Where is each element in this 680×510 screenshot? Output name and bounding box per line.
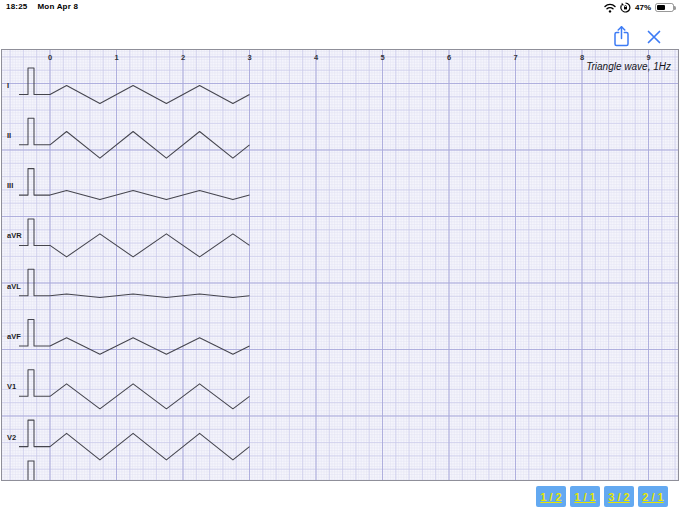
battery-percent: 47%	[635, 3, 651, 12]
x-tick-label-2: 2	[181, 53, 185, 62]
lead-label-I: I	[7, 80, 9, 89]
x-tick-label-1: 1	[114, 53, 118, 62]
x-tick-label-3: 3	[247, 53, 251, 62]
status-right: 47%	[604, 2, 674, 13]
lead-label-V2: V2	[7, 432, 16, 441]
x-tick-label-4: 4	[314, 53, 318, 62]
wave-annotation: Triangle wave, 1Hz	[586, 61, 671, 72]
lead-label-aVL: aVL	[7, 281, 21, 290]
ecg-grid-svg	[2, 50, 678, 480]
x-tick-label-0: 0	[48, 53, 52, 62]
lead-label-V1: V1	[7, 382, 16, 391]
lead-label-II: II	[7, 130, 11, 139]
battery-icon	[655, 3, 674, 12]
wifi-icon	[604, 3, 616, 13]
lead-label-III: III	[7, 181, 13, 190]
ecg-paper: 0123456789 IIIIIIaVRaVLaVFV1V2 Triangle …	[2, 50, 678, 480]
close-icon	[646, 29, 662, 45]
close-button[interactable]	[646, 29, 662, 45]
battery-nub	[674, 6, 676, 10]
x-tick-label-8: 8	[580, 53, 584, 62]
status-time: 18:25	[6, 2, 27, 11]
x-tick-label-6: 6	[447, 53, 451, 62]
battery-fill	[657, 5, 665, 10]
share-button[interactable]	[612, 25, 631, 48]
lead-label-aVF: aVF	[7, 332, 21, 341]
status-date: Mon Apr 8	[37, 2, 78, 11]
rotation-lock-icon	[620, 2, 631, 13]
share-icon	[612, 25, 631, 48]
scale-button-1-2[interactable]: 1 / 2	[536, 486, 566, 507]
ipad-screen: 18:25 Mon Apr 8 47%	[0, 0, 680, 510]
status-bar: 18:25 Mon Apr 8 47%	[0, 0, 680, 20]
x-tick-label-5: 5	[380, 53, 384, 62]
scale-button-3-2[interactable]: 3 / 2	[604, 486, 634, 507]
scale-button-2-1[interactable]: 2 / 1	[638, 486, 668, 507]
x-tick-label-7: 7	[513, 53, 517, 62]
status-left: 18:25 Mon Apr 8	[6, 2, 78, 11]
scale-buttons: 1 / 21 / 13 / 22 / 1	[536, 486, 668, 507]
lead-label-aVR: aVR	[7, 231, 22, 240]
scale-button-1-1[interactable]: 1 / 1	[570, 486, 600, 507]
